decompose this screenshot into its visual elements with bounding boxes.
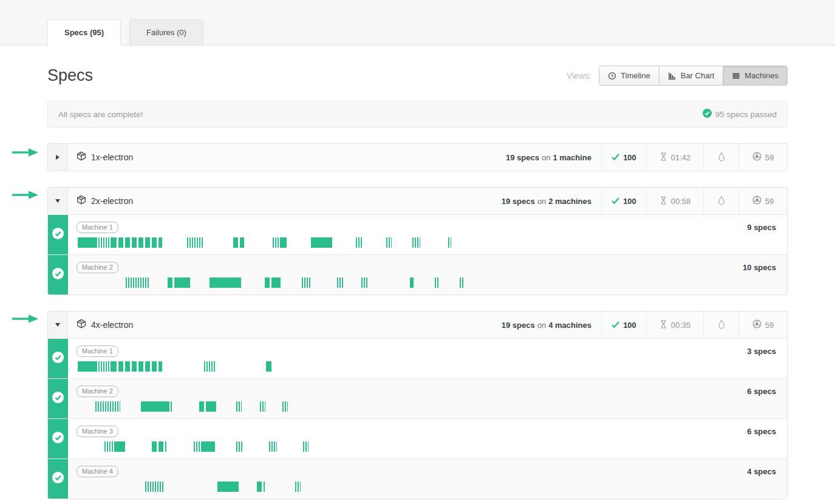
chromium-icon (752, 152, 762, 163)
electron-browser-stat (703, 312, 738, 338)
expand-toggle[interactable] (48, 144, 68, 171)
passed-count-stat: 100 (601, 312, 646, 338)
spec-bar[interactable] (356, 237, 363, 248)
group-header[interactable]: 2x-electron 19 specs on 2 machines 100 0… (48, 188, 787, 214)
browser-version-stat: 59 (738, 144, 787, 171)
spec-bar[interactable] (78, 237, 96, 248)
page-title: Specs (47, 66, 93, 85)
spec-bar[interactable] (410, 278, 414, 288)
spec-bar[interactable] (176, 278, 190, 288)
spec-bar[interactable] (265, 278, 274, 288)
spec-bar[interactable] (145, 482, 163, 492)
spec-bar[interactable] (141, 401, 168, 412)
spec-bar[interactable] (236, 401, 242, 412)
spec-timeline (77, 361, 779, 372)
electron-icon (717, 196, 726, 207)
spec-bar[interactable] (95, 401, 120, 412)
spec-bar[interactable] (233, 237, 244, 248)
spec-bar[interactable] (104, 441, 114, 452)
annotation-arrow-icon (11, 313, 39, 327)
spec-bar[interactable] (187, 237, 204, 248)
group-card: 4x-electron 19 specs on 4 machines 100 0… (47, 311, 788, 499)
tab-specs[interactable]: Specs (95) (47, 19, 121, 46)
passed-count-stat: 100 (601, 188, 646, 214)
spec-bar[interactable] (204, 361, 215, 372)
expand-toggle[interactable] (48, 188, 68, 214)
spec-bar[interactable] (386, 237, 392, 248)
machine-badge: Machine 2 (77, 262, 118, 273)
spec-bar[interactable] (114, 441, 125, 452)
hourglass-icon (659, 152, 667, 163)
group-header[interactable]: 1x-electron 19 specs on 1 machine 100 01… (48, 144, 787, 171)
spec-timeline (77, 482, 779, 492)
spec-bar[interactable] (273, 237, 281, 248)
spec-bar[interactable] (112, 237, 162, 248)
machine-badge: Machine 2 (77, 386, 118, 397)
duration-stat: 00:35 (646, 312, 703, 338)
machine-specs-count: 4 specs (747, 467, 776, 476)
machine-status-column (48, 339, 68, 378)
spec-bar[interactable] (295, 482, 301, 492)
view-button-timeline[interactable]: Timeline (599, 66, 659, 85)
package-icon (77, 319, 86, 331)
spec-bar[interactable] (194, 441, 202, 452)
group-name: 4x-electron (91, 320, 133, 330)
spec-bar[interactable] (435, 278, 438, 288)
spec-bar[interactable] (168, 278, 176, 288)
spec-bar[interactable] (460, 278, 464, 288)
spec-bar[interactable] (311, 237, 332, 248)
chevron-down-icon (55, 323, 60, 327)
group-header[interactable]: 4x-electron 19 specs on 4 machines 100 0… (48, 312, 787, 338)
spec-bar[interactable] (260, 401, 265, 412)
spec-bar[interactable] (361, 278, 367, 288)
spec-bar[interactable] (269, 441, 277, 452)
view-button-bar-chart[interactable]: Bar Chart (659, 66, 723, 85)
machine-status-column (48, 255, 68, 295)
expand-toggle[interactable] (48, 312, 68, 338)
machine-specs-count: 10 specs (743, 263, 776, 272)
browser-version-stat: 59 (738, 312, 787, 338)
spec-bar[interactable] (236, 278, 241, 288)
group-card: 2x-electron 19 specs on 2 machines 100 0… (47, 187, 788, 295)
duration-stat: 00:58 (646, 188, 703, 214)
spec-bar[interactable] (257, 482, 265, 492)
spec-bar[interactable] (78, 361, 96, 372)
spec-bar[interactable] (281, 237, 287, 248)
check-circle-icon (52, 228, 64, 242)
spec-bar[interactable] (274, 278, 281, 288)
spec-bar[interactable] (302, 278, 311, 288)
machine-status-column (48, 215, 68, 254)
spec-timeline (77, 237, 779, 248)
chromium-icon (752, 319, 762, 330)
view-button-machines[interactable]: Machines (723, 66, 787, 85)
spec-bar[interactable] (208, 401, 216, 412)
spec-bar[interactable] (412, 237, 420, 248)
machine-row: Machine 3 6 specs (48, 418, 787, 458)
machine-status-column (48, 379, 68, 418)
spec-bar[interactable] (152, 441, 166, 452)
banner-message: All specs are complete! (58, 110, 143, 119)
tab-failures[interactable]: Failures (0) (129, 19, 203, 46)
spec-bar[interactable] (217, 482, 239, 492)
spec-bar[interactable] (168, 401, 172, 412)
machine-row: Machine 1 3 specs (48, 338, 787, 378)
check-circle-icon (52, 352, 64, 366)
check-icon (612, 321, 619, 330)
spec-bar[interactable] (96, 237, 112, 248)
spec-bar[interactable] (202, 441, 215, 452)
spec-bar[interactable] (303, 441, 308, 452)
spec-bar[interactable] (210, 278, 236, 288)
spec-bar[interactable] (448, 237, 451, 248)
spec-bar[interactable] (236, 441, 243, 452)
spec-bar[interactable] (96, 361, 112, 372)
chevron-right-icon (56, 155, 60, 160)
spec-bar[interactable] (199, 401, 208, 412)
spec-bar[interactable] (282, 401, 288, 412)
spec-bar[interactable] (112, 361, 162, 372)
spec-bar[interactable] (337, 278, 344, 288)
group-name: 1x-electron (91, 152, 133, 162)
annotation-arrow-icon (11, 147, 39, 160)
spec-bar[interactable] (126, 278, 149, 288)
machine-badge: Machine 4 (77, 466, 118, 477)
spec-bar[interactable] (266, 361, 271, 372)
